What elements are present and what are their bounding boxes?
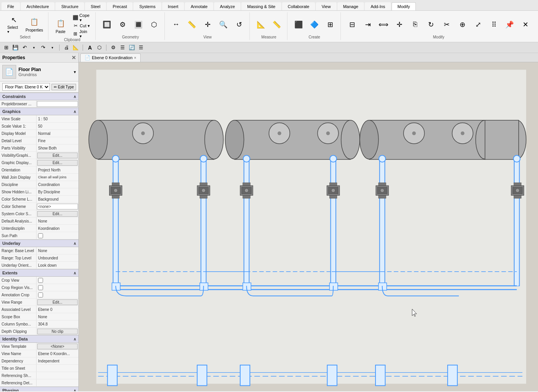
prop-value-projektbrowser[interactable]	[37, 101, 78, 107]
tab-collaborate[interactable]: Collaborate	[282, 2, 315, 10]
view-btn3[interactable]: ✛	[200, 14, 215, 35]
value-crop-view[interactable]	[37, 278, 78, 283]
qa-undo-button[interactable]: ↶	[21, 44, 28, 51]
prop-column-symbo: Column Symbo... 304.8	[0, 321, 78, 328]
modify-btn9[interactable]: ⤢	[471, 14, 485, 35]
tab-structure[interactable]: Structure	[55, 2, 84, 10]
modify-btn5[interactable]: ⎘	[408, 14, 422, 35]
qa-measure-button[interactable]: 📐	[72, 44, 80, 51]
qa-redo-button[interactable]: ↷	[39, 44, 47, 51]
view-btn5[interactable]: ↺	[232, 14, 246, 35]
tab-precast[interactable]: Precast	[107, 2, 133, 10]
crop-view-checkbox[interactable]	[38, 278, 43, 283]
btn-graphic-display[interactable]: Edit...	[37, 160, 78, 166]
geometry-btn2[interactable]: ⚙	[115, 14, 130, 35]
svg-rect-25	[202, 159, 206, 286]
floor-plan-select[interactable]: Floor Plan: Ebene 0 K	[2, 83, 50, 91]
btn-depth-clipping[interactable]: No clip	[37, 329, 78, 334]
annotation-crop-checkbox[interactable]	[38, 292, 43, 297]
modify-btn12[interactable]: ✕	[518, 14, 533, 35]
create-icon1: ⬛	[293, 19, 304, 30]
drawing-canvas	[79, 62, 538, 391]
measure-btn2[interactable]: 📏	[269, 14, 284, 35]
geometry-btn4[interactable]: ⬡	[147, 14, 161, 35]
modify-btn2[interactable]: ⇥	[360, 14, 375, 35]
qa-tag-button[interactable]: ⬡	[95, 44, 103, 51]
geometry-btn1[interactable]: 🔲	[100, 14, 114, 35]
qa-open-button[interactable]: ⊞	[2, 44, 10, 51]
tab-annotate[interactable]: Annotate	[185, 2, 213, 10]
tab-systems[interactable]: Systems	[133, 2, 161, 10]
sun-path-checkbox[interactable]	[38, 233, 43, 238]
tab-modify[interactable]: Modify	[392, 2, 415, 10]
cut-button[interactable]: ✂ Cut ▾	[70, 22, 92, 30]
section-graphics[interactable]: Graphics ∧	[0, 108, 78, 115]
tab-file[interactable]: File	[2, 2, 20, 10]
panel-close-button[interactable]: ✕	[71, 55, 76, 61]
group-modify: ⊟ ⇥ ⟺ ✛ ⎘ ↻ ✂	[342, 12, 536, 40]
modify-btn11[interactable]: 📌	[502, 14, 517, 35]
modify-btn1[interactable]: ⊟	[345, 14, 359, 35]
modify-btn8[interactable]: ⊕	[455, 14, 470, 35]
modify-btn3[interactable]: ⟺	[376, 14, 391, 35]
view-btn1[interactable]: ↔	[169, 14, 183, 35]
tab-view[interactable]: View	[316, 2, 337, 10]
qa-undo-list-button[interactable]: ▾	[30, 44, 38, 51]
properties-button[interactable]: 📋 Properties	[24, 14, 45, 35]
tab-architecture[interactable]: Architecture	[21, 2, 55, 10]
section-phasing[interactable]: Phasing ∧	[0, 387, 78, 391]
view-btn4[interactable]: 🔍	[216, 14, 231, 35]
paste-button[interactable]: 📋 Paste	[52, 15, 69, 36]
svg-point-46	[245, 189, 249, 193]
value-sun-path[interactable]	[37, 233, 78, 238]
prop-graphic-display: Graphic Display... Edit...	[0, 159, 78, 166]
tab-insert[interactable]: Insert	[162, 2, 184, 10]
value-annotation-crop[interactable]	[37, 292, 78, 297]
qa-redo-list-button[interactable]: ▾	[48, 44, 56, 51]
section-underlay[interactable]: Underlay ∧	[0, 239, 78, 247]
select-button[interactable]: ↖ Select ▾	[5, 14, 23, 35]
edit-type-button[interactable]: ✏ Edit Type	[51, 84, 76, 90]
create-btn1[interactable]: ⬛	[291, 14, 306, 35]
tab-manage[interactable]: Manage	[337, 2, 364, 10]
tab-analyze[interactable]: Analyze	[214, 2, 241, 10]
section-identity-data[interactable]: Identity Data ∧	[0, 335, 78, 343]
label-base-level: Range: Base Level	[0, 247, 37, 254]
measure-btn1[interactable]: 📐	[254, 14, 268, 35]
crop-region-vis-checkbox[interactable]	[38, 285, 43, 290]
qa-options-button[interactable]: ☰	[137, 44, 145, 51]
tab-steel[interactable]: Steel	[85, 2, 106, 10]
qa-text-button[interactable]: A	[86, 44, 94, 51]
modify-btn7[interactable]: ✂	[439, 14, 454, 35]
value-crop-region-vis[interactable]	[37, 285, 78, 290]
qa-filter-button[interactable]: ☰	[119, 44, 126, 51]
geometry-icon3: 🔳	[133, 19, 144, 30]
cope-button[interactable]: ⬛ Cope ▾	[70, 14, 92, 22]
create-btn3[interactable]: ⊞	[323, 14, 337, 35]
qa-save-button[interactable]: 💾	[12, 44, 19, 51]
canvas-tab-ebene0[interactable]: 📄 Ebene 0 Koordination ×	[80, 53, 141, 62]
btn-view-template[interactable]: <None>	[37, 344, 78, 349]
qa-sync-button[interactable]: 🔄	[128, 44, 136, 51]
tab-close-button[interactable]: ×	[134, 56, 136, 60]
value-color-scheme[interactable]: <none>	[37, 204, 78, 209]
tab-addins[interactable]: Add-Ins	[365, 2, 391, 10]
btn-visibility-graphics[interactable]: Edit...	[37, 153, 78, 158]
modify-btn10[interactable]: ⠿	[487, 14, 501, 35]
btn-view-range[interactable]: Edit...	[37, 299, 78, 305]
canvas-viewport[interactable]	[79, 62, 538, 391]
tab-massing[interactable]: Massing & Site	[241, 2, 281, 10]
section-constraints[interactable]: Constraints ∧	[0, 93, 78, 100]
view-btn2[interactable]: 📏	[184, 14, 199, 35]
qa-settings-button[interactable]: ⚙	[110, 44, 117, 51]
section-extents[interactable]: Extents ∧	[0, 269, 78, 277]
join-button[interactable]: ⊞ Join ▾	[70, 30, 92, 38]
create-btn2[interactable]: 🔷	[307, 14, 322, 35]
btn-system-color[interactable]: Edit...	[37, 211, 78, 217]
modify-btn4[interactable]: ✛	[392, 14, 407, 35]
modify-btn6[interactable]: ↻	[423, 14, 438, 35]
qa-print-button[interactable]: 🖨	[63, 44, 70, 51]
svg-point-36	[114, 189, 118, 193]
geometry-btn3[interactable]: 🔳	[131, 14, 146, 35]
svg-point-21	[461, 131, 465, 135]
